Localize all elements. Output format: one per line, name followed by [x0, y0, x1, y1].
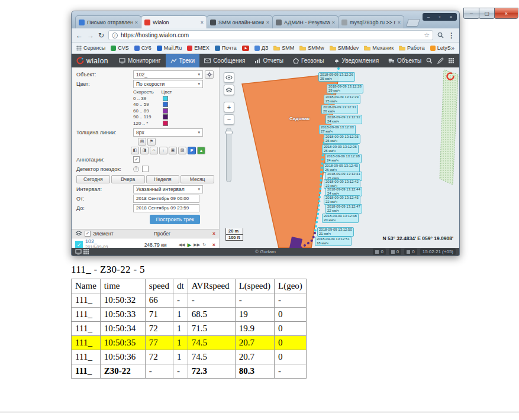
- tab-close-icon[interactable]: ×: [398, 20, 401, 25]
- annotations-checkbox[interactable]: ✓: [133, 156, 140, 163]
- to-input[interactable]: 2018 Сентябрь 09 23:59: [133, 204, 199, 212]
- track-color-checkbox[interactable]: ✓: [75, 241, 83, 248]
- zoom-out-button[interactable]: −: [224, 114, 234, 125]
- layers-button[interactable]: [224, 85, 234, 95]
- visibility-button[interactable]: [224, 72, 234, 83]
- zoom-slider[interactable]: [226, 128, 231, 182]
- track-row[interactable]: ✓ 102_ 2018-09-09 248.79 км ◀◀ ▶ ▶▶ ↻ ×: [72, 238, 219, 248]
- track-annotation: 2018-09-09 13:12:50 21 км/ч: [317, 227, 354, 237]
- object-select[interactable]: 102_▾: [133, 70, 203, 79]
- track-visibility-button[interactable]: ▤: [138, 138, 146, 146]
- speed-legend: Скорость Цвет 0 .. 39 40 .. 59 60 .. 89 …: [133, 89, 214, 127]
- browser-tab[interactable]: Wialon ×: [141, 15, 207, 28]
- bookmark-item[interactable]: [242, 46, 249, 51]
- maximize-button[interactable]: ▢: [479, 8, 495, 19]
- tools-icon[interactable]: [437, 57, 444, 64]
- tab-close-icon[interactable]: ×: [266, 20, 269, 25]
- browser-titlebar[interactable]: Письмо отправлено - П × Wialon × SMM онл…: [72, 11, 459, 28]
- from-input[interactable]: 2018 Сентябрь 09 00:00: [133, 195, 199, 203]
- track-event-button[interactable]: ▲: [197, 147, 205, 154]
- interval-tab[interactable]: Сегодня: [76, 175, 110, 183]
- track-park-button[interactable]: P: [188, 147, 196, 154]
- build-track-button[interactable]: Построить трек: [150, 215, 200, 224]
- nav-item-monitor[interactable]: Мониторинг: [114, 54, 165, 67]
- forward-button[interactable]: →: [87, 32, 94, 39]
- track-media-button[interactable]: ▣: [169, 147, 177, 154]
- search-icon[interactable]: [426, 57, 433, 64]
- play-button[interactable]: ▶: [187, 242, 191, 248]
- interval-tab[interactable]: Месяц: [180, 175, 214, 183]
- unit-settings-button[interactable]: [205, 70, 214, 79]
- address-bar[interactable]: i https://hosting.wialon.com ☆: [108, 30, 433, 40]
- browser-tab[interactable]: Письмо отправлено - П ×: [75, 15, 141, 28]
- browser-tab[interactable]: mysql781gb.ru >> mysq ×: [338, 15, 404, 28]
- color-select[interactable]: По скорости▾: [133, 80, 203, 88]
- nav-item-units[interactable]: Объекты: [383, 54, 426, 67]
- refresh-button[interactable]: ↻: [98, 32, 104, 39]
- folder-icon: [299, 46, 306, 51]
- chrome-minimize-button[interactable]: –: [427, 15, 430, 20]
- track-speed-button[interactable]: ▨: [178, 147, 186, 154]
- bookmark-item[interactable]: SMMdev: [330, 45, 359, 51]
- bookmark-item[interactable]: Работа: [399, 45, 425, 51]
- track-flags-button[interactable]: ⚑: [147, 138, 156, 146]
- bookmark-item[interactable]: Механик: [364, 45, 394, 51]
- loop-button[interactable]: ↻: [202, 243, 206, 247]
- remove-track-button[interactable]: ×: [208, 242, 215, 248]
- browser-tab[interactable]: SMM онлайн-мониторин ×: [207, 15, 273, 28]
- minimize-button[interactable]: –: [463, 8, 479, 19]
- back-button[interactable]: ←: [76, 32, 83, 39]
- bookmark-item[interactable]: SMMw: [299, 45, 324, 51]
- nav-item-messages[interactable]: Сообщения: [199, 54, 250, 67]
- nav-item-notifications[interactable]: Уведомления: [329, 54, 384, 67]
- browser-tab[interactable]: АДМИН - Результаты О ×: [272, 15, 339, 28]
- bookmark-item[interactable]: LetyShops: [430, 45, 451, 51]
- nav-item-reports[interactable]: Отчеты: [250, 54, 288, 67]
- map[interactable]: 2018-09-09 13:12:26 25 км/ч 2018-09-09 1…: [220, 67, 459, 248]
- track-arrows-button[interactable]: ↑: [159, 147, 167, 154]
- interval-tab[interactable]: Вчера: [111, 175, 145, 183]
- trip-detector-checkbox[interactable]: [142, 166, 149, 172]
- site-info-icon[interactable]: i: [112, 33, 118, 38]
- new-tab-button[interactable]: [406, 19, 420, 27]
- interval-tab[interactable]: Неделя: [146, 175, 180, 183]
- close-button[interactable]: ×: [494, 8, 518, 19]
- apps-grid-icon[interactable]: [449, 58, 454, 63]
- extension-icon[interactable]: [437, 32, 444, 38]
- interval-select[interactable]: Указанный интервал▾: [133, 185, 203, 193]
- layout-map-icon[interactable]: [75, 249, 82, 255]
- url-text: https://hosting.wialon.com: [121, 32, 421, 38]
- nav-item-tracks[interactable]: Треки: [166, 54, 200, 67]
- bookmark-item[interactable]: Сервисы: [76, 45, 105, 51]
- track-start-button[interactable]: ◧: [131, 147, 139, 154]
- bookmarks-overflow-icon[interactable]: »: [451, 44, 454, 51]
- chrome-close-button[interactable]: ×: [450, 15, 453, 20]
- next-point-button[interactable]: ▶▶: [194, 243, 200, 247]
- thickness-select[interactable]: 8px▾: [133, 128, 203, 137]
- browser-menu-icon[interactable]: ⋮: [448, 31, 455, 40]
- zoom-slider-handle[interactable]: [225, 131, 233, 134]
- bookmark-item[interactable]: Mail.Ru: [157, 45, 182, 51]
- bookmark-item[interactable]: Почта: [215, 45, 237, 51]
- zoom-in-button[interactable]: +: [224, 102, 234, 112]
- tab-close-icon[interactable]: ×: [332, 20, 335, 25]
- tab-close-icon[interactable]: ×: [135, 20, 138, 25]
- bookmark-item[interactable]: EMEX: [187, 45, 209, 51]
- bookmark-item[interactable]: SMM: [273, 45, 294, 51]
- tab-close-icon[interactable]: ×: [201, 20, 204, 25]
- track-points-button[interactable]: ∴: [150, 147, 158, 154]
- select-all-checkbox[interactable]: ✓: [85, 231, 91, 237]
- bookmark-item[interactable]: CVS: [111, 45, 129, 51]
- bookmark-item[interactable]: СУ6: [134, 45, 151, 51]
- clear-all-button[interactable]: ×: [207, 231, 215, 237]
- track-finish-button[interactable]: ◨: [140, 147, 149, 154]
- bookmark-star-icon[interactable]: ☆: [424, 31, 430, 39]
- bookmark-item[interactable]: ДЗ: [254, 45, 269, 51]
- layout-grid-icon[interactable]: [83, 249, 89, 255]
- green-area-polygon[interactable]: [440, 70, 458, 185]
- chrome-maximize-button[interactable]: ▫: [439, 15, 440, 20]
- more-icon[interactable]: ⋮: [459, 57, 460, 64]
- report-row: 111_10:50:3672174.520.70: [72, 350, 307, 364]
- prev-point-button[interactable]: ◀◀: [179, 243, 185, 247]
- nav-item-geofences[interactable]: Геозоны: [288, 54, 329, 67]
